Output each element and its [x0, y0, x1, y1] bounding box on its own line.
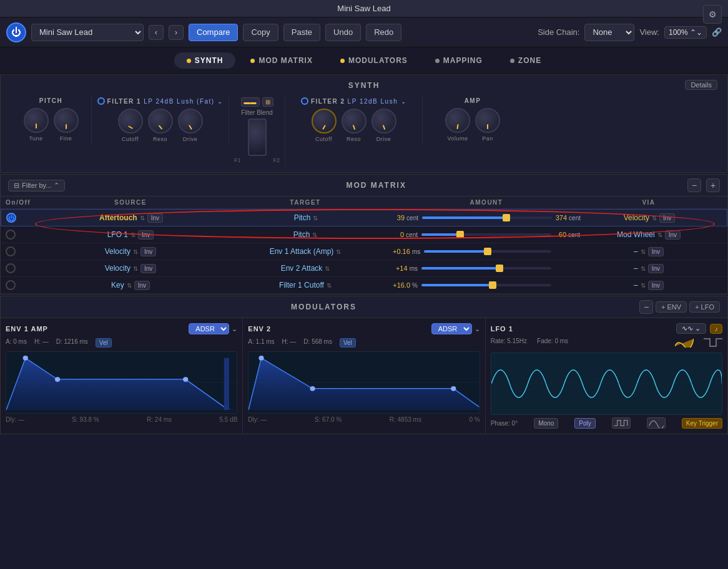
row5-amount-slider[interactable]	[421, 284, 551, 286]
undo-button[interactable]: Undo	[325, 24, 361, 41]
tab-zone[interactable]: ZONE	[498, 52, 554, 69]
lfo1-key-trigger-button[interactable]: Key Trigger	[682, 418, 722, 429]
row2-source-inv-button[interactable]: Inv	[138, 230, 154, 240]
filter-parallel-button[interactable]: ⊞	[262, 97, 273, 107]
row3-amount-slider[interactable]	[424, 250, 551, 253]
row3-source-inv-button[interactable]: Inv	[140, 247, 156, 256]
tab-mod-matrix[interactable]: MOD MATRIX	[238, 52, 325, 69]
preset-select[interactable]: Mini Saw Lead	[31, 24, 144, 41]
filter2-power[interactable]	[301, 97, 308, 105]
row2-amount-cell: 0 cent 60 cent	[393, 231, 580, 238]
lfo1-mono-button[interactable]: Mono	[534, 418, 558, 429]
filter2-cutoff-knob[interactable]	[312, 109, 337, 134]
row4-source-inv-button[interactable]: Inv	[140, 264, 156, 273]
row5-via-inv-button[interactable]: Inv	[648, 281, 664, 290]
row3-via-inv-button[interactable]: Inv	[648, 247, 664, 256]
row1-target-chevron[interactable]: ⇅	[313, 215, 318, 221]
row3-via-chevron[interactable]: ⇅	[641, 248, 646, 255]
fine-knob[interactable]	[54, 108, 79, 133]
pitch-module: PITCH Tune Fine	[11, 95, 92, 144]
row1-amount-slider[interactable]	[422, 216, 552, 219]
lfo1-poly-button[interactable]: Poly	[574, 418, 595, 429]
lfo1-footer: Phase: 0° Mono Poly Key Trigger	[491, 417, 722, 429]
row1-power-button[interactable]: ⏻	[6, 213, 16, 223]
env1-type-chevron: ⌄	[232, 325, 237, 333]
amp-pan-knob[interactable]	[475, 108, 500, 133]
sidechain-select[interactable]: None	[584, 24, 634, 41]
power-button[interactable]: ⏻	[6, 22, 26, 42]
paste-button[interactable]: Paste	[283, 24, 320, 41]
mod-matrix-plus-button[interactable]: +	[706, 178, 720, 192]
row2-target-chevron[interactable]: ⇅	[312, 231, 317, 238]
lfo1-note-button[interactable]: ♪	[710, 324, 722, 334]
tune-knob[interactable]	[24, 108, 49, 133]
mod-filter-dropdown[interactable]: ⊟ Filter by... ⌃	[8, 180, 65, 192]
copy-button[interactable]: Copy	[243, 24, 278, 41]
filter1-drive-knob[interactable]	[178, 109, 203, 134]
row4-amount-slider[interactable]	[421, 267, 551, 270]
env1-attack-handle[interactable]	[23, 356, 28, 361]
row5-power-button[interactable]	[6, 280, 16, 290]
filter1-cutoff-knob[interactable]	[118, 109, 143, 134]
compare-button[interactable]: Compare	[189, 24, 238, 41]
filter2-drive-knob[interactable]	[371, 109, 396, 134]
row2-via-inv-button[interactable]: Inv	[665, 230, 681, 240]
row5-source-chevron[interactable]: ⇅	[127, 282, 132, 289]
row1-via-chevron[interactable]: ⇅	[652, 215, 657, 221]
row4-source-chevron[interactable]: ⇅	[133, 265, 138, 272]
row2-source-chevron[interactable]: ⇅	[130, 231, 135, 238]
row3-source-chevron[interactable]: ⇅	[133, 248, 138, 255]
filter1-power[interactable]	[97, 97, 105, 105]
row2-target-text: Pitch	[293, 230, 310, 239]
prev-preset-button[interactable]: ‹	[149, 25, 164, 40]
row4-via-chevron[interactable]: ⇅	[641, 265, 646, 272]
details-button[interactable]: Details	[685, 80, 717, 90]
modulators-minus-button[interactable]: −	[639, 300, 653, 314]
next-preset-button[interactable]: ›	[169, 25, 184, 40]
row3-target-chevron[interactable]: ⇅	[336, 248, 341, 255]
row3-power-button[interactable]	[6, 246, 16, 256]
row1-via-inv-button[interactable]: Inv	[659, 213, 675, 223]
row5-target-text: Filter 1 Cutoff	[279, 281, 324, 289]
lfo1-shape-btn1[interactable]	[612, 417, 631, 429]
env2-attack-handle[interactable]	[259, 356, 264, 361]
filter2-reso-knob[interactable]	[342, 109, 366, 134]
view-select[interactable]: 100% ⌃⌄	[664, 26, 707, 39]
toolbar-right: Side Chain: None View: 100% ⌃⌄ 🔗	[538, 24, 722, 41]
tab-mapping[interactable]: MAPPING	[423, 52, 495, 69]
add-env-button[interactable]: + ENV	[656, 301, 687, 313]
filter-blend-slider[interactable]	[248, 119, 267, 156]
tab-synth[interactable]: SYNTH	[174, 52, 236, 69]
redo-button[interactable]: Redo	[366, 24, 401, 41]
row4-via-inv-button[interactable]: Inv	[648, 264, 664, 273]
row4-power-button[interactable]	[6, 263, 16, 273]
row4-target-chevron[interactable]: ⇅	[325, 265, 330, 272]
env1-sustain-handle[interactable]	[183, 377, 188, 382]
row5-source-inv-button[interactable]: Inv	[134, 281, 150, 290]
env2-type-select[interactable]: ADSR	[431, 323, 472, 334]
amp-volume-knob[interactable]	[445, 108, 470, 133]
row5-via-chevron[interactable]: ⇅	[641, 282, 646, 289]
settings-gear-button[interactable]: ⚙	[703, 5, 722, 24]
row3-source-cell: Velocity ⇅ Inv	[43, 247, 218, 256]
env1-type-select[interactable]: ADSR	[189, 323, 229, 334]
tab-modulators[interactable]: MODULATORS	[328, 52, 420, 69]
mod-matrix-minus-button[interactable]: −	[687, 178, 701, 192]
filter1-reso-knob[interactable]	[148, 109, 173, 134]
filter-series-button[interactable]: ▬▬	[241, 97, 260, 107]
row2-power-button[interactable]	[6, 230, 16, 240]
row1-source-chevron[interactable]: ⇅	[140, 215, 145, 221]
add-lfo-button[interactable]: + LFO	[689, 301, 720, 313]
row1-source-inv-button[interactable]: Inv	[147, 213, 163, 223]
row2-via-chevron[interactable]: ⇅	[657, 231, 662, 238]
row2-amount-slider[interactable]	[421, 233, 551, 236]
lfo1-shape-btn2[interactable]	[647, 417, 666, 429]
row5-target-chevron[interactable]: ⇅	[327, 282, 332, 289]
synth-section-title: SYNTH Details	[11, 81, 717, 90]
env1-decay-handle[interactable]	[55, 377, 60, 382]
env2-sustain-handle[interactable]	[451, 386, 456, 391]
row1-via-text: Velocity	[624, 213, 649, 222]
lfo1-wave-select[interactable]: ∿∿ ⌄	[676, 323, 706, 334]
env2-decay-handle[interactable]	[310, 386, 315, 391]
lfo1-phase: Phase: 0°	[491, 420, 518, 427]
